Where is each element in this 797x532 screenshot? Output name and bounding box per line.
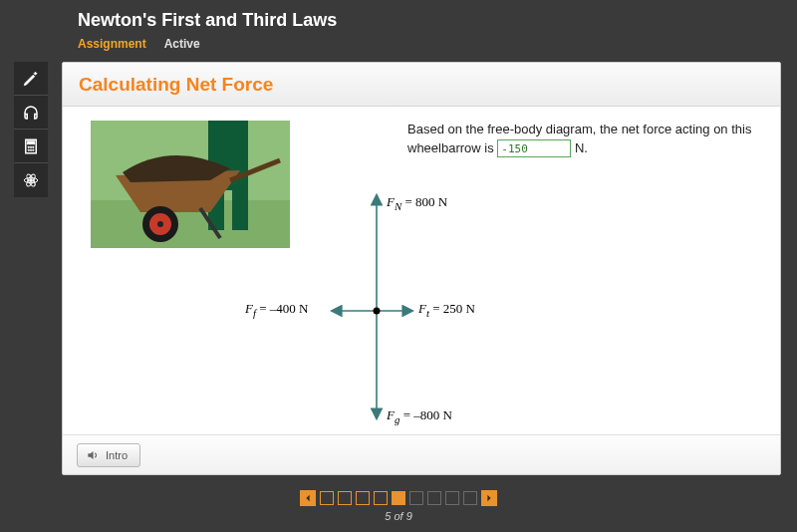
atom-icon — [22, 171, 40, 189]
headphones-icon — [22, 104, 40, 122]
question-text: Based on the free-body diagram, the net … — [407, 121, 766, 158]
svg-point-3 — [30, 146, 32, 148]
chevron-right-icon — [485, 494, 493, 502]
pager-step-2[interactable] — [338, 491, 352, 505]
svg-point-20 — [157, 221, 163, 227]
calculator-icon — [22, 137, 40, 155]
svg-point-4 — [33, 146, 35, 148]
audio-tool-button[interactable] — [14, 96, 48, 130]
pager-next-button[interactable] — [481, 490, 497, 506]
svg-point-5 — [28, 149, 30, 151]
tab-active[interactable]: Active — [164, 37, 200, 51]
pager-step-1[interactable] — [320, 491, 334, 505]
pager: 5 of 9 — [0, 490, 797, 522]
fbd-ff-label: Ff = –400 N — [245, 301, 308, 319]
tool-sidebar — [14, 62, 48, 197]
svg-point-8 — [30, 179, 33, 182]
fbd-fg-label: Fg = –800 N — [387, 407, 452, 425]
intro-label: Intro — [106, 449, 128, 461]
pager-step-8[interactable] — [445, 491, 459, 505]
card-footer: Intro — [63, 434, 780, 474]
header-tabs: Assignment Active — [78, 37, 797, 51]
pencil-tool-button[interactable] — [14, 62, 48, 96]
fbd-ft-label: Ft = 250 N — [418, 301, 475, 319]
question-post: N. — [571, 140, 588, 155]
fbd-fn-label: FN = 800 N — [387, 194, 447, 212]
pager-step-4[interactable] — [374, 491, 388, 505]
free-body-diagram: FN = 800 N Ff = –400 N Ft = 250 N Fg = –… — [227, 186, 486, 425]
speaker-icon — [86, 448, 100, 462]
chevron-left-icon — [304, 494, 312, 502]
pager-text: 5 of 9 — [385, 510, 412, 522]
calculator-tool-button[interactable] — [14, 130, 48, 163]
lesson-card: Calculating Net Force Based on the free-… — [62, 62, 781, 475]
svg-point-26 — [374, 308, 381, 315]
card-body: Based on the free-body diagram, the net … — [63, 107, 780, 435]
pager-prev-button[interactable] — [300, 490, 316, 506]
card-title: Calculating Net Force — [63, 63, 780, 107]
svg-point-6 — [30, 149, 32, 151]
svg-rect-1 — [27, 140, 35, 143]
pager-step-3[interactable] — [356, 491, 370, 505]
page-title: Newton's First and Third Laws — [78, 10, 797, 31]
tab-assignment[interactable]: Assignment — [78, 37, 146, 51]
reference-tool-button[interactable] — [14, 163, 48, 197]
svg-point-7 — [33, 149, 35, 151]
pager-step-5[interactable] — [392, 491, 405, 505]
pager-step-7[interactable] — [427, 491, 441, 505]
answer-input[interactable] — [497, 139, 571, 157]
pager-step-6[interactable] — [409, 491, 423, 505]
pencil-icon — [22, 70, 40, 88]
svg-point-2 — [28, 146, 30, 148]
pager-step-9[interactable] — [463, 491, 477, 505]
intro-button[interactable]: Intro — [77, 443, 140, 467]
